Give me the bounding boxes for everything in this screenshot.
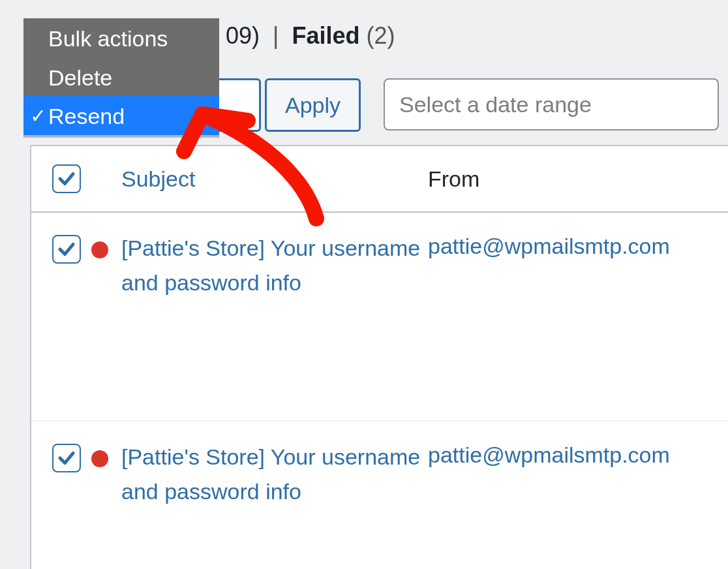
filter-failed-label[interactable]: Failed (292, 22, 359, 49)
toolbar: 09) | Failed (2) Bulk actions Delete Res… (23, 18, 728, 129)
check-icon (57, 169, 76, 189)
table-row: [Pattie's Store] Your username and passw… (31, 213, 728, 422)
row-checkbox[interactable] (52, 444, 81, 472)
date-range-input[interactable]: Select a date range (384, 78, 719, 131)
check-icon (57, 448, 76, 468)
select-all-checkbox[interactable] (52, 164, 81, 193)
column-header-from[interactable]: From (428, 166, 728, 192)
filter-tabs: 09) | Failed (2) (226, 22, 395, 50)
email-from: pattie@wpmailsmtp.com (428, 231, 728, 259)
bulk-option-bulk-actions[interactable]: Bulk actions (23, 18, 219, 57)
status-failed-icon (91, 450, 108, 467)
column-header-subject[interactable]: Subject (121, 166, 428, 192)
filter-separator: | (273, 22, 279, 49)
apply-button[interactable]: Apply (265, 78, 361, 132)
email-log-table: Subject From [Pattie's Store] Your user (30, 145, 728, 569)
table-body: [Pattie's Store] Your username and passw… (31, 213, 728, 569)
check-icon (57, 239, 76, 259)
bulk-actions-dropdown[interactable]: Bulk actions Delete Resend (23, 18, 219, 135)
bulk-option-delete[interactable]: Delete (23, 57, 219, 97)
email-subject-link[interactable]: [Pattie's Store] Your username and passw… (121, 231, 428, 300)
status-failed-icon (91, 241, 108, 258)
table-row: [Pattie's Store] Your username and passw… (31, 422, 728, 569)
row-checkbox[interactable] (52, 235, 81, 264)
filter-partial-count: 09) (226, 22, 260, 49)
email-from: pattie@wpmailsmtp.com (428, 440, 728, 468)
bulk-option-resend[interactable]: Resend (23, 96, 219, 135)
filter-failed-count: (2) (366, 22, 395, 49)
table-header: Subject From (31, 146, 728, 213)
email-subject-link[interactable]: [Pattie's Store] Your username and passw… (121, 440, 428, 508)
